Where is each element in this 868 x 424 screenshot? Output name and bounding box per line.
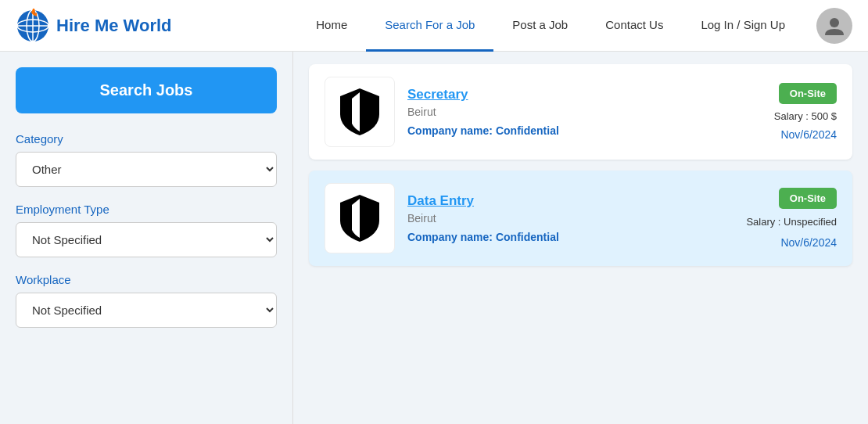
header: Hire Me World Home Search For a Job Post… [0, 0, 868, 52]
job-title-secretary[interactable]: Secretary [407, 87, 730, 102]
employment-type-label: Employment Type [16, 203, 277, 216]
job-meta-data-entry: On-Site Salary : Unspecified Nov/6/2024 [743, 188, 837, 248]
salary-secretary: Salary : 500 $ [774, 110, 837, 122]
employment-type-filter: Employment Type Not Specified Full Time … [16, 203, 277, 257]
category-select[interactable]: Other IT Marketing Finance Engineering [16, 152, 277, 187]
nav-post-job[interactable]: Post a Job [493, 0, 586, 52]
job-company-value-secretary: Confidential [496, 124, 559, 137]
workplace-label: Workplace [16, 273, 277, 286]
employment-type-select[interactable]: Not Specified Full Time Part Time Contra… [16, 222, 277, 257]
job-details-secretary: Secretary Beirut Company name: Confident… [407, 87, 730, 137]
job-details-data-entry: Data Entry Beirut Company name: Confiden… [407, 193, 730, 243]
job-card-data-entry: Data Entry Beirut Company name: Confiden… [309, 171, 852, 266]
job-logo-secretary [325, 77, 395, 147]
job-location-secretary: Beirut [407, 106, 730, 118]
date-data-entry: Nov/6/2024 [780, 236, 837, 249]
job-company-label-secretary: Company name: [407, 124, 493, 137]
job-company-label-data-entry: Company name: [407, 231, 493, 243]
workplace-select[interactable]: Not Specified On-Site Remote Hybrid [16, 293, 277, 328]
on-site-badge-data-entry: On-Site [779, 188, 837, 209]
job-card-secretary: Secretary Beirut Company name: Confident… [309, 64, 852, 160]
date-secretary: Nov/6/2024 [780, 128, 837, 141]
svg-point-5 [830, 18, 839, 27]
job-company-row-data-entry: Company name: Confidential [407, 231, 730, 243]
job-meta-secretary: On-Site Salary : 500 $ Nov/6/2024 [743, 83, 837, 141]
on-site-badge-secretary: On-Site [779, 83, 837, 104]
logo-icon [16, 9, 50, 43]
avatar-button[interactable] [816, 8, 852, 44]
category-label: Category [16, 132, 277, 146]
job-company-value-data-entry: Confidential [496, 231, 559, 243]
job-company-row-secretary: Company name: Confidential [407, 124, 730, 137]
content-area: Secretary Beirut Company name: Confident… [293, 52, 868, 424]
user-icon [823, 15, 845, 37]
category-filter: Category Other IT Marketing Finance Engi… [16, 132, 277, 187]
nav-contact[interactable]: Contact Us [586, 0, 682, 52]
nav-login[interactable]: Log In / Sign Up [682, 0, 804, 52]
job-title-data-entry[interactable]: Data Entry [407, 193, 730, 209]
shield-icon-data-entry [332, 191, 387, 246]
job-location-data-entry: Beirut [407, 212, 730, 225]
nav-search-job[interactable]: Search For a Job [366, 0, 493, 52]
nav-links: Home Search For a Job Post a Job Contact… [297, 0, 804, 52]
search-jobs-button[interactable]: Search Jobs [16, 67, 277, 113]
workplace-filter: Workplace Not Specified On-Site Remote H… [16, 273, 277, 328]
logo-text: Hire Me World [56, 16, 172, 36]
logo-area: Hire Me World [16, 9, 172, 43]
salary-data-entry: Salary : Unspecified [746, 215, 837, 229]
nav-home[interactable]: Home [297, 0, 366, 52]
sidebar: Search Jobs Category Other IT Marketing … [0, 52, 293, 424]
shield-icon-secretary [332, 84, 387, 139]
main-layout: Search Jobs Category Other IT Marketing … [0, 52, 868, 424]
job-logo-data-entry [325, 183, 395, 253]
